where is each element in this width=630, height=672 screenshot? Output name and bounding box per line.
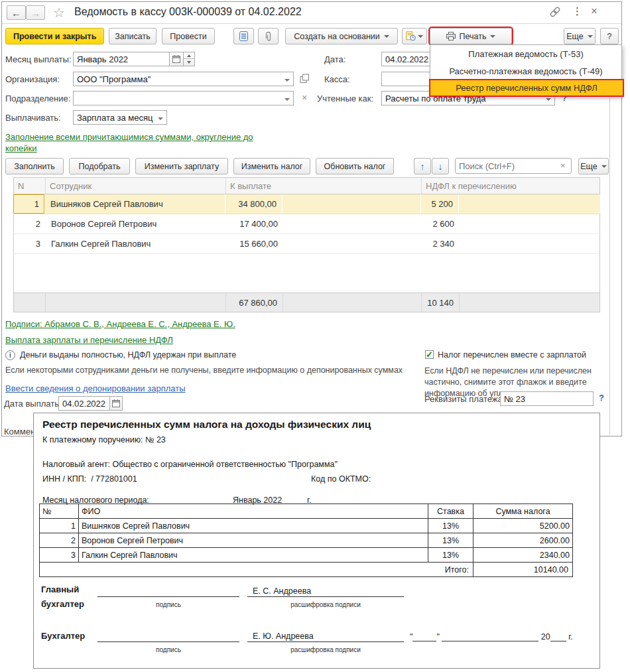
arrow-down-icon: ↓ [438,161,443,172]
report-table-row: 2 Воронов Сергей Петрович 13% 2600.00 [40,533,573,548]
money-issued-text: Деньги выданы полностью, НДФЛ удержан пр… [20,350,236,360]
print-button[interactable]: Печать [430,28,512,44]
decode-caption: расшифровка подписи [247,601,404,608]
forward-icon: → [31,7,40,19]
favorite-star-icon[interactable]: ☆ [53,5,65,21]
create-based-on-button[interactable]: Создать на основании [285,28,398,44]
stepper-up-icon[interactable] [184,52,194,59]
tax-transferred-label[interactable]: Налог перечислен вместе с зарплатой [438,350,586,360]
pay-date-calendar-button[interactable] [109,396,123,411]
organization-field[interactable]: ООО "Программа" [73,72,294,86]
tax-transferred-checkbox[interactable]: ✓ [425,350,434,359]
change-salary-button[interactable]: Изменить зарплату [135,158,228,174]
col-n[interactable]: N [14,178,46,194]
info-icon: i [5,350,15,360]
payout-settings-link[interactable]: Выплата зарплаты и перечисление НДФЛ [5,335,173,345]
chevron-down-icon[interactable] [158,117,163,123]
report-table-row: 1 Вишняков Сергей Павлович 13% 5200.00 [40,519,573,533]
document-clock-icon [406,31,416,41]
back-button[interactable]: ← [7,5,26,20]
table-row[interactable]: 3 Галкин Сергей Павлович 15 660,00 2 340 [13,234,600,254]
month-label: Месяц выплаты: [5,54,72,64]
paperclip-icon [263,31,273,42]
document-journal-button[interactable] [402,28,427,44]
post-button[interactable]: Провести [162,28,215,44]
copy-link-icon[interactable] [549,7,561,19]
move-up-button[interactable]: ↑ [414,158,431,174]
move-down-button[interactable]: ↓ [432,158,449,174]
chevron-down-icon [490,35,495,40]
date-label: Дата: [324,54,346,64]
col-tax[interactable]: НДФЛ к перечислению [422,178,601,194]
menu-item-t49[interactable]: Расчетно-платежная ведомость (Т-49) [430,62,621,80]
month-input[interactable] [73,52,170,66]
table-empty-area[interactable] [13,254,600,293]
chevron-down-icon[interactable] [284,98,290,103]
accountant-name: Е. Ю. Андреева [253,632,314,641]
fill-rule-link[interactable]: Заполнение всеми причитающимися суммами,… [5,131,253,154]
table-footer: 67 860,00 10 140 [13,293,600,312]
form-right-edge [609,46,610,435]
payment-help-icon[interactable]: ? [599,393,604,403]
month-stepper[interactable] [183,52,195,66]
department-clear-icon[interactable]: × [302,92,307,103]
save-button[interactable]: Записать [109,28,157,44]
print-dropdown-menu: Платежная ведомость (Т-53) Расчетно-плат… [430,44,622,96]
table-row[interactable]: 1 Вишняков Сергей Павлович 34 800,00 5 2… [13,194,600,214]
chevron-down-icon[interactable] [284,79,290,84]
search-clear-icon[interactable]: × [560,161,566,170]
col-employee[interactable]: Сотрудник [46,178,226,194]
cashbox-label: Касса: [324,74,350,84]
more-menu-icon[interactable]: ⋮ [572,5,582,17]
more-actions-button[interactable]: Еще [564,28,596,44]
organization-label: Организация: [5,74,60,84]
table-row[interactable]: 2 Воронов Сергей Петрович 17 400,00 2 60… [13,214,600,234]
check-icon: ✓ [426,351,433,358]
page-title: Ведомость в кассу 003К-000039 от 04.02.2… [74,6,302,18]
department-field[interactable] [73,91,294,105]
report-table-row: 3 Галкин Сергей Павлович 13% 2340.00 [40,548,573,563]
table-more-button[interactable]: Еще [578,158,609,174]
organization-open-icon[interactable] [300,74,310,86]
forward-button[interactable]: → [26,5,45,20]
change-tax-button[interactable]: Изменить налог [233,158,310,174]
payment-details-input[interactable] [500,391,594,406]
pay-date-input[interactable] [58,396,110,411]
pay-date-label: Дата выплаты: [4,399,63,409]
chevron-down-icon [418,35,423,40]
chief-accountant-label2: бухгалтер [41,599,84,609]
col-amount[interactable]: К выплате [226,178,422,194]
post-and-close-button[interactable]: Провести и закрыть [5,28,104,44]
report-title: Реестр перечисленных сумм налога на дохо… [42,419,371,431]
report-table-header: № ФИО Ставка Сумма налога [40,504,573,519]
chief-accountant-label: Главный [41,584,79,594]
fill-button[interactable]: Заполнить [5,158,64,174]
list-icon [239,31,248,41]
search-input[interactable] [455,158,572,174]
stepper-down-icon[interactable] [184,59,194,66]
month-calendar-button[interactable] [169,52,184,66]
refresh-tax-button[interactable]: Обновить налог [316,158,394,174]
calendar-icon [112,399,120,407]
structure-report-button[interactable] [233,28,254,44]
close-icon[interactable]: × [591,5,598,18]
report-order-ref: К платежному поручению: № 23 [42,435,166,444]
report-oktmo: Код по ОКТМО: [311,474,371,484]
signatures-link[interactable]: Подписи: Абрамов С. В., Андреева Е. С., … [5,319,235,329]
table-header[interactable]: N Сотрудник К выплате НДФЛ к перечислени… [13,177,600,194]
deposit-info-link[interactable]: Ввести сведения о депонировании зарплаты [5,383,186,393]
menu-item-ndfl-register[interactable]: Реестр перечисленных сумм НДФЛ [429,79,624,97]
pick-button[interactable]: Подобрать [69,158,130,174]
signature-caption: подпись [97,646,239,653]
menu-item-t53[interactable]: Платежная ведомость (Т-53) [430,45,621,62]
calendar-icon [172,55,180,63]
payout-type-field[interactable]: Зарплата за месяц [73,110,167,125]
attachments-button[interactable] [258,28,279,44]
payout-type-label: Выплачивать: [5,113,61,123]
help-button[interactable]: ? [600,28,619,44]
back-icon: ← [11,7,21,19]
accounted-as-label: Учтенные как: [317,94,373,103]
chevron-down-icon[interactable] [546,98,551,103]
signature-line [97,596,239,597]
deposit-hint-text: Если некоторыми сотрудниками деньги не п… [5,366,403,375]
